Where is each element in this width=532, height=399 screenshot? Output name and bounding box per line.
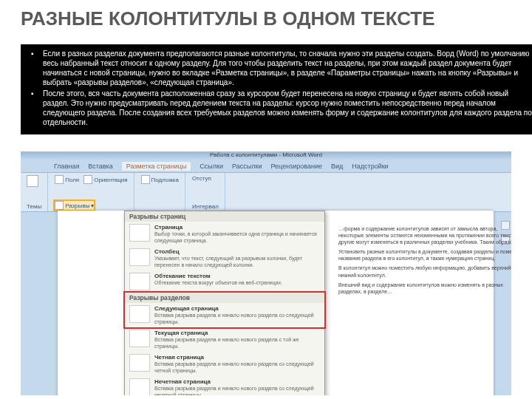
themes-icon[interactable] [27,175,38,187]
dropdown-item-page[interactable]: СтраницаВыбор точки, в которой заканчива… [125,222,324,246]
dropdown-item-continuous[interactable]: Текущая страницаВставка разрыва раздела … [125,327,324,352]
tab-page-layout[interactable]: Разметка страницы [122,162,191,171]
watermark-button[interactable]: Подложка [141,175,179,184]
dropdown-header-section-breaks: Разрывы разделов [125,293,324,303]
page-break-icon [129,224,150,242]
spacing-label: Интервал [192,203,219,210]
column-break-icon [129,248,150,266]
tab-mailings[interactable]: Рассылки [232,163,262,170]
ribbon-tabs: Главная Вставка Разметка страницы Ссылки… [21,160,511,172]
margins-icon [55,175,64,184]
doc-paragraph: В колонтитул можно поместить любую инфор… [338,265,511,278]
orientation-button[interactable]: Ориентация [83,175,127,184]
doc-paragraph: Установить разные колонтитулы в документ… [338,248,511,262]
group-page-bg: Подложка [135,173,185,211]
tab-review[interactable]: Рецензирование [270,163,322,170]
even-page-icon [129,354,150,372]
dropdown-item-next-page[interactable]: Следующая страницаВставка разрыва раздел… [125,303,324,327]
textwrap-break-icon [129,273,150,290]
content-box: Если в разных разделах документа предпол… [21,44,532,134]
ribbon-body: Темы Поля Ориентация Разрывы ▾ Подложка … [21,172,511,212]
dropdown-item-odd-page[interactable]: Нечетная страницаВставка разрыва раздела… [125,376,324,395]
window-titlebar: Работа с колонтитулами - Microsoft Word [21,151,511,160]
dropdown-header-page-breaks: Разрывы страниц [125,211,324,222]
breaks-dropdown: Разрывы страниц СтраницаВыбор точки, в к… [124,211,325,395]
bullet-1: Если в разных разделах документа предпол… [43,49,532,87]
tab-addins[interactable]: Надстройки [352,163,388,170]
doc-paragraph: …форма и содержание колонтитулов зависят… [338,225,511,245]
margins-button[interactable]: Поля [55,175,79,184]
themes-label: Темы [27,203,41,210]
word-screenshot: Работа с колонтитулами - Microsoft Word … [21,151,511,395]
dropdown-item-even-page[interactable]: Четная страницаВставка разрыва раздела и… [125,352,324,376]
slide-title: РАЗНЫЕ КОЛОНТИТУЛЫ В ОДНОМ ТЕКСТЕ [21,7,435,30]
dropdown-item-column[interactable]: СтолбецУказывает, что текст, следующий з… [125,246,324,270]
bullet-2: После этого, вся часть документа располо… [43,89,532,127]
breaks-icon [55,201,64,210]
continuous-icon [129,330,150,347]
orientation-icon [83,175,92,184]
tab-insert[interactable]: Вставка [88,163,112,170]
group-page-setup: Поля Ориентация Разрывы ▾ [49,173,134,211]
next-page-icon [129,305,150,323]
tab-view[interactable]: Вид [331,163,343,170]
document-text: …форма и содержание колонтитулов зависят… [338,225,511,298]
doc-paragraph: Внешний вид и содержание колонтитулов мо… [338,282,511,295]
indent-label: Отступ [192,175,219,182]
odd-page-icon [129,378,150,395]
group-themes: Темы [21,173,48,211]
group-paragraph: Отступ Интервал [186,173,225,211]
dropdown-item-textwrap[interactable]: Обтекание текстомОбтекание текста вокруг… [125,270,324,293]
watermark-icon [141,175,150,184]
tab-home[interactable]: Главная [54,163,79,170]
breaks-button[interactable]: Разрывы ▾ [55,201,94,210]
tab-references[interactable]: Ссылки [200,163,223,170]
